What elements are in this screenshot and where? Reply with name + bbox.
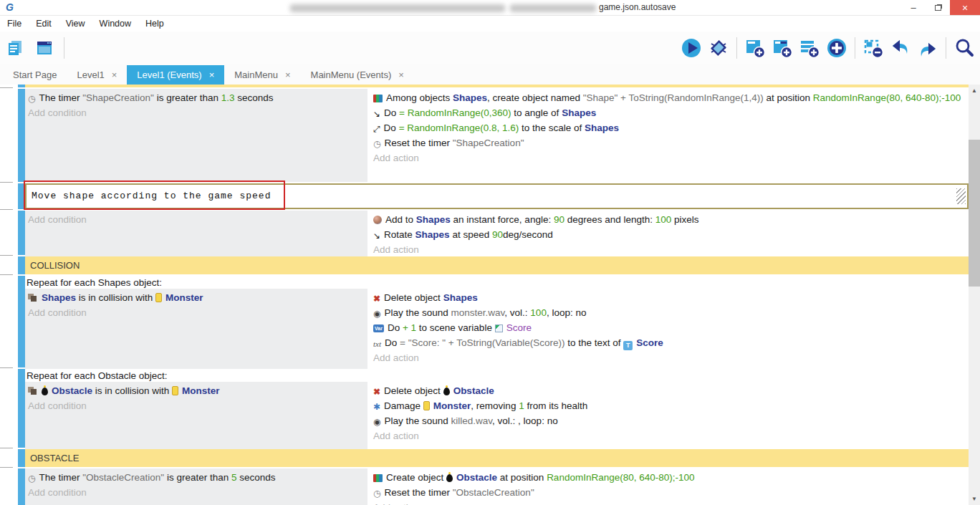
vertical-scrollbar[interactable]: ▲ ▼ (969, 85, 980, 505)
obstacle-icon (443, 388, 450, 395)
action-line[interactable]: ⤢Do = RandomInRange(0.8, 1.6) to the sca… (373, 120, 969, 135)
action-line[interactable]: ◷Reset the timer "ShapeCreation" (373, 135, 969, 150)
condition-line[interactable]: ◷The timer "ShapeCreation" is greater th… (28, 90, 368, 105)
scrollbar-thumb[interactable] (969, 140, 980, 287)
event-gutter (0, 276, 18, 367)
menu-help[interactable]: Help (138, 19, 171, 29)
menu-edit[interactable]: Edit (29, 19, 59, 29)
event-drag-bar[interactable] (18, 468, 25, 505)
event-drag-bar[interactable] (18, 85, 25, 87)
add-action-button[interactable]: Add action (373, 428, 969, 443)
actions-column: Among objects Shapes, create object name… (368, 89, 969, 182)
event-drag-bar[interactable] (18, 449, 25, 467)
event-drag-bar[interactable] (18, 211, 25, 255)
condition-line[interactable]: ◷The timer "ObstacleCreation" is greater… (28, 470, 368, 485)
add-action-button[interactable]: Add action (373, 150, 969, 165)
action-line[interactable]: ↘Rotate Shapes at speed 90deg/second (373, 227, 969, 242)
foreach-label[interactable]: Repeat for each Obstacle object: (25, 369, 969, 382)
action-line[interactable]: Create object Obstacle at position Rando… (373, 470, 969, 485)
force-icon (373, 216, 382, 224)
add-event-icon[interactable] (744, 37, 767, 59)
scale-icon: ⤢ (373, 125, 380, 133)
add-subevent-icon[interactable] (771, 37, 794, 59)
redo-icon[interactable] (916, 37, 939, 59)
menu-view[interactable]: View (59, 19, 92, 29)
add-circle-icon[interactable] (825, 37, 848, 59)
action-line[interactable]: ✖Delete object Shapes (373, 290, 969, 305)
close-tab-icon[interactable]: × (398, 69, 404, 80)
section-header-row[interactable]: OBSTACLE (0, 449, 969, 467)
action-line[interactable]: txtDo = "Score: " + ToString(Variable(Sc… (373, 335, 969, 350)
action-line[interactable]: VarDo + 1 to scene variable Score (373, 320, 969, 335)
play-icon[interactable] (680, 37, 703, 59)
condition-line[interactable]: Shapes is in collision with Monster (28, 290, 368, 305)
undo-icon[interactable] (889, 37, 912, 59)
event-row[interactable]: Add conditionAdd to Shapes an instant fo… (0, 211, 969, 255)
resize-grip-icon[interactable] (956, 188, 966, 204)
event-gutter (0, 211, 18, 255)
add-condition-button[interactable]: Add condition (28, 105, 368, 120)
redacted-title-text (290, 4, 505, 12)
scroll-down-icon[interactable]: ▼ (969, 493, 980, 505)
event-row[interactable]: Repeat for each Shapes object:Shapes is … (0, 276, 969, 367)
obstacle-icon (42, 388, 48, 395)
menu-window[interactable]: Window (92, 19, 138, 29)
event-row[interactable]: ◷The timer "ShapeCreation" is greater th… (0, 89, 969, 182)
search-icon[interactable] (953, 37, 976, 59)
debug-icon[interactable] (707, 37, 730, 59)
project-manager-icon[interactable] (4, 37, 27, 59)
add-action-button[interactable]: Add action (373, 500, 969, 505)
action-line[interactable]: ◉Play the sound killed.wav, vol.: , loop… (373, 413, 969, 428)
close-tab-icon[interactable]: × (285, 69, 291, 80)
add-action-button[interactable]: Add action (373, 350, 969, 365)
rotate-icon: ↘ (373, 231, 380, 240)
action-line[interactable]: ◷Reset the timer "ObstacleCreation" (373, 485, 969, 500)
restore-icon (935, 5, 941, 11)
event-drag-bar[interactable] (18, 369, 25, 448)
event-drag-bar[interactable] (18, 183, 25, 209)
event-drag-bar[interactable] (18, 89, 25, 182)
action-line[interactable]: ✱Damage Monster, removing 1 from its hea… (373, 398, 969, 413)
scroll-up-icon[interactable]: ▲ (969, 85, 980, 97)
angle-icon: ↘ (373, 110, 380, 118)
action-line[interactable]: ↘Do = RandomInRange(0,360) to angle of S… (373, 105, 969, 120)
minimize-button[interactable]: – (901, 0, 926, 15)
tab-level1[interactable]: Level1× (67, 65, 127, 85)
event-row[interactable]: ◷The timer "ObstacleCreation" is greater… (0, 468, 969, 505)
close-tab-icon[interactable]: × (209, 69, 215, 80)
tab-start-page[interactable]: Start Page (3, 65, 67, 85)
action-line[interactable]: Among objects Shapes, create object name… (373, 90, 969, 105)
event-drag-bar[interactable] (18, 256, 25, 274)
monster-icon (423, 401, 430, 410)
add-condition-button[interactable]: Add condition (28, 212, 368, 227)
tab-mainmenu[interactable]: MainMenu× (224, 65, 300, 85)
app-logo-icon: G (6, 1, 14, 13)
foreach-label[interactable]: Repeat for each Shapes object: (25, 276, 969, 289)
add-condition-button[interactable]: Add condition (28, 305, 368, 320)
action-line[interactable]: ◉Play the sound monster.wav, vol.: 100, … (373, 305, 969, 320)
menu-file[interactable]: File (0, 19, 29, 29)
condition-line[interactable]: Obstacle is in collision with Monster (28, 383, 368, 398)
add-action-button[interactable]: Add action (373, 242, 969, 257)
scene-editor-icon[interactable] (33, 37, 56, 59)
add-condition-button[interactable]: Add condition (28, 485, 368, 500)
conditions-column: ◷The timer "ShapeCreation" is greater th… (25, 89, 368, 182)
event-gutter (0, 183, 18, 209)
delete-event-icon[interactable] (862, 37, 885, 59)
section-header-row[interactable]: COLLISION (0, 256, 969, 274)
actions-column: Create object Obstacle at position Rando… (368, 468, 969, 505)
event-drag-bar[interactable] (18, 276, 25, 367)
action-line[interactable]: ✖Delete object Obstacle (373, 383, 969, 398)
comment-text-input[interactable]: Move shape according to the game speed (25, 183, 969, 209)
add-condition-button[interactable]: Add condition (28, 398, 368, 413)
maximize-button[interactable] (926, 0, 950, 15)
close-button[interactable]: × (950, 0, 980, 15)
tab-level1-events-[interactable]: Level1 (Events)× (127, 65, 224, 85)
add-comment-icon[interactable] (798, 37, 821, 59)
tab-mainmenu-events-[interactable]: MainMenu (Events)× (301, 65, 414, 85)
close-tab-icon[interactable]: × (112, 69, 117, 80)
event-row[interactable]: Repeat for each Obstacle object:Obstacle… (0, 369, 969, 448)
event-gutter (0, 89, 18, 182)
action-line[interactable]: Add to Shapes an instant force, angle: 9… (373, 212, 969, 227)
comment-edit-row[interactable]: Move shape according to the game speed (0, 183, 969, 209)
